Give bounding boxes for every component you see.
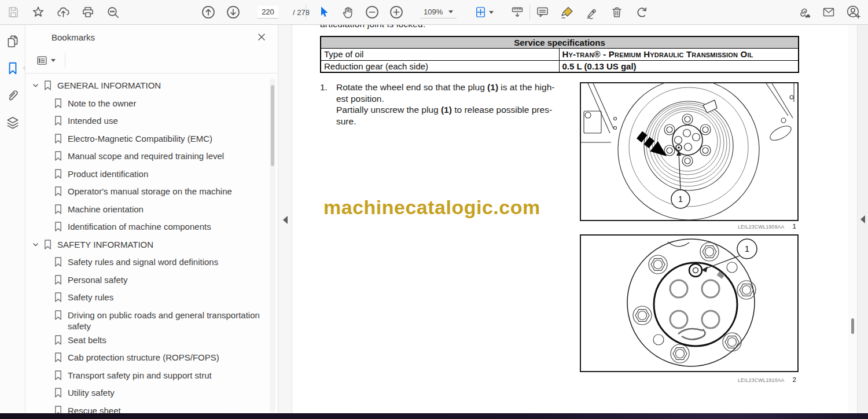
bookmark-item-label[interactable]: Safety rules and signal word definitions xyxy=(68,256,218,267)
right-panel-gutter[interactable] xyxy=(857,25,868,413)
bookmark-item-label[interactable]: Utility safety xyxy=(68,387,115,398)
bookmark-item[interactable]: Identification of machine components xyxy=(25,218,264,236)
layers-button[interactable] xyxy=(4,114,21,131)
bookmark-item-icon xyxy=(54,221,62,232)
print-button[interactable] xyxy=(80,5,95,20)
bookmark-item-label[interactable]: Note to the owner xyxy=(68,97,136,109)
zoom-out-button[interactable] xyxy=(365,5,380,20)
toolbar-view-group: 109% xyxy=(316,0,525,24)
bookmark-item[interactable]: Cab protection structure (ROPS/FOPS) xyxy=(25,349,264,367)
bookmark-item[interactable]: Intended use xyxy=(25,112,264,130)
collapse-panel-arrow-icon[interactable] xyxy=(283,216,288,224)
document-page: articulation joint is locked. Service sp… xyxy=(292,25,848,413)
paperclip-icon xyxy=(5,88,20,103)
bookmark-item[interactable]: Machine orientation xyxy=(25,201,264,219)
highlighter-icon xyxy=(560,5,575,20)
hand-tool-button[interactable] xyxy=(340,5,355,20)
bookmark-item[interactable]: Transport safety pin and support strut xyxy=(25,367,264,385)
bookmark-item[interactable]: Electro-Magnetic Compatibility (EMC) xyxy=(25,130,264,148)
next-page-button[interactable] xyxy=(226,5,241,20)
fit-page-dropdown[interactable] xyxy=(474,5,494,20)
bookmarks-panel-button[interactable] xyxy=(4,60,21,77)
bookmark-item-label[interactable]: Rescue sheet xyxy=(68,405,121,414)
close-icon xyxy=(257,32,266,42)
bookmark-item[interactable]: Product identification xyxy=(25,166,264,183)
bookmark-item[interactable]: Driving on public roads and general tran… xyxy=(25,307,264,332)
bookmark-item-label[interactable]: GENERAL INFORMATION xyxy=(57,79,161,91)
bookmark-item-label[interactable]: Cab protection structure (ROPS/FOPS) xyxy=(68,351,219,363)
bookmark-item[interactable]: Safety rules and signal word definitions xyxy=(25,253,264,271)
share-link-button[interactable] xyxy=(796,5,811,20)
toolbar-file-group xyxy=(6,0,120,24)
bookmark-icon xyxy=(5,61,20,76)
bookmarks-scrollbar[interactable] xyxy=(270,78,275,412)
bookmark-item[interactable]: Note to the owner xyxy=(25,95,264,113)
redo-button[interactable] xyxy=(634,5,649,20)
bookmark-item-icon xyxy=(54,405,62,414)
bookmark-item[interactable]: SAFETY INFORMATION xyxy=(25,236,264,254)
trash-icon xyxy=(610,5,624,19)
bookmark-item[interactable]: Seat belts xyxy=(25,332,264,350)
scrolling-mode-button[interactable] xyxy=(510,5,525,20)
table-cell-value: Hy-tran® - Premium Hydraulic Transmissio… xyxy=(559,48,799,60)
bookmark-item-label[interactable]: Personal safety xyxy=(68,274,127,285)
share-upload-button[interactable] xyxy=(56,5,71,20)
delete-button[interactable] xyxy=(609,5,624,20)
bookmark-item-icon xyxy=(54,115,62,126)
bookmark-item[interactable]: Rescue sheet xyxy=(25,402,264,414)
close-panel-button[interactable] xyxy=(256,31,267,43)
search-button[interactable] xyxy=(105,5,120,20)
previous-page-button[interactable] xyxy=(201,5,216,20)
fountain-pen-icon xyxy=(585,5,599,20)
zoom-in-button[interactable] xyxy=(389,5,404,20)
bookmark-item-icon xyxy=(54,274,62,285)
page-thumbnails-button[interactable] xyxy=(4,32,21,50)
email-button[interactable] xyxy=(821,5,836,20)
page-number-input[interactable] xyxy=(258,6,278,19)
bookmark-item-label[interactable]: Driving on public roads and general tran… xyxy=(68,309,264,332)
bookmark-item-label[interactable]: Electro-Magnetic Compatibility (EMC) xyxy=(68,133,212,144)
bookmark-item-label[interactable]: Product identification xyxy=(68,168,148,179)
attachments-button[interactable] xyxy=(4,87,21,104)
bookmark-item[interactable]: GENERAL INFORMATION xyxy=(25,77,264,95)
bookmark-item-label[interactable]: Safety rules xyxy=(68,291,113,303)
figure-1-caption: LEIL23CWL1909AA 1 xyxy=(580,223,799,230)
arrow-down-circle-icon xyxy=(226,5,241,20)
chevron-down-icon[interactable] xyxy=(32,82,39,89)
bookmark-item-icon xyxy=(43,239,52,250)
fit-page-icon xyxy=(474,5,487,19)
bookmark-item-label[interactable]: Intended use xyxy=(68,115,118,126)
table-cell-label: Type of oil xyxy=(321,48,559,60)
bookmark-item-label[interactable]: Identification of machine components xyxy=(68,220,211,232)
bookmark-item-label[interactable]: Operator's manual storage on the machine xyxy=(68,185,232,197)
bookmark-item-label[interactable]: Machine orientation xyxy=(68,203,144,215)
comment-button[interactable] xyxy=(535,5,550,20)
select-tool-button[interactable] xyxy=(316,5,331,20)
fill-sign-button[interactable] xyxy=(584,5,599,20)
save-button[interactable] xyxy=(6,5,21,20)
panel-resize-gutter[interactable] xyxy=(278,25,292,413)
bookmark-item[interactable]: Operator's manual storage on the machine xyxy=(25,183,264,201)
highlight-button[interactable] xyxy=(560,5,575,20)
document-scrollbar-thumb[interactable] xyxy=(851,318,854,334)
profile-button[interactable] xyxy=(846,5,861,20)
collapse-right-panel-arrow-icon[interactable] xyxy=(860,215,865,223)
bookmark-options-button[interactable] xyxy=(34,53,58,68)
chevron-down-icon[interactable] xyxy=(32,241,39,248)
bookmark-item-icon xyxy=(54,168,62,179)
star-icon xyxy=(31,5,45,19)
bookmark-item[interactable]: Personal safety xyxy=(25,271,264,289)
bookmarks-scrollbar-thumb[interactable] xyxy=(271,85,274,166)
bookmark-item-label[interactable]: SAFETY INFORMATION xyxy=(57,238,153,250)
document-scrollbar[interactable] xyxy=(848,25,857,413)
bookmark-item[interactable]: Manual scope and required training level xyxy=(25,148,264,166)
bookmark-item-label[interactable]: Manual scope and required training level xyxy=(68,150,224,161)
bookmark-item[interactable]: Safety rules xyxy=(25,289,264,307)
bookmark-item-label[interactable]: Seat belts xyxy=(68,334,106,346)
page-width-ruler-icon xyxy=(510,5,525,19)
table-header: Service specifications xyxy=(321,36,799,48)
zoom-level-dropdown[interactable]: 109% xyxy=(420,6,457,19)
bookmark-item-label[interactable]: Transport safety pin and support strut xyxy=(68,369,212,381)
bookmark-item[interactable]: Utility safety xyxy=(25,384,264,402)
star-button[interactable] xyxy=(31,5,46,20)
